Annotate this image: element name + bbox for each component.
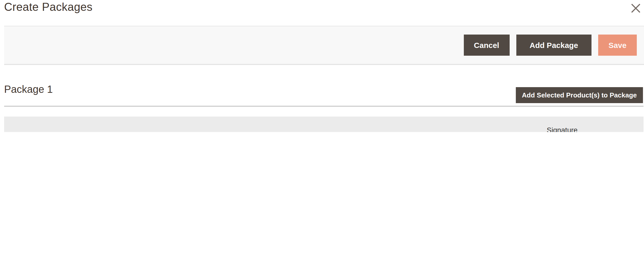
close-button[interactable] <box>629 2 642 15</box>
package-title: Package 1 <box>4 84 53 95</box>
cancel-button[interactable]: Cancel <box>464 35 509 56</box>
signature-confirmation-label: Signature Confirmation <box>547 126 603 132</box>
package-column-headers: Type Total Weight Length Width Height Si… <box>4 117 643 132</box>
create-packages-modal: Create Packages Cancel Add Package Save … <box>0 0 644 132</box>
modal-toolbar: Cancel Add Package Save <box>4 26 644 65</box>
add-selected-products-button[interactable]: Add Selected Product(s) to Package <box>516 87 643 103</box>
add-package-button[interactable]: Add Package <box>516 35 591 56</box>
page-title: Create Packages <box>4 1 93 14</box>
section-divider <box>4 106 643 107</box>
save-button[interactable]: Save <box>598 35 637 56</box>
close-icon <box>629 2 642 15</box>
